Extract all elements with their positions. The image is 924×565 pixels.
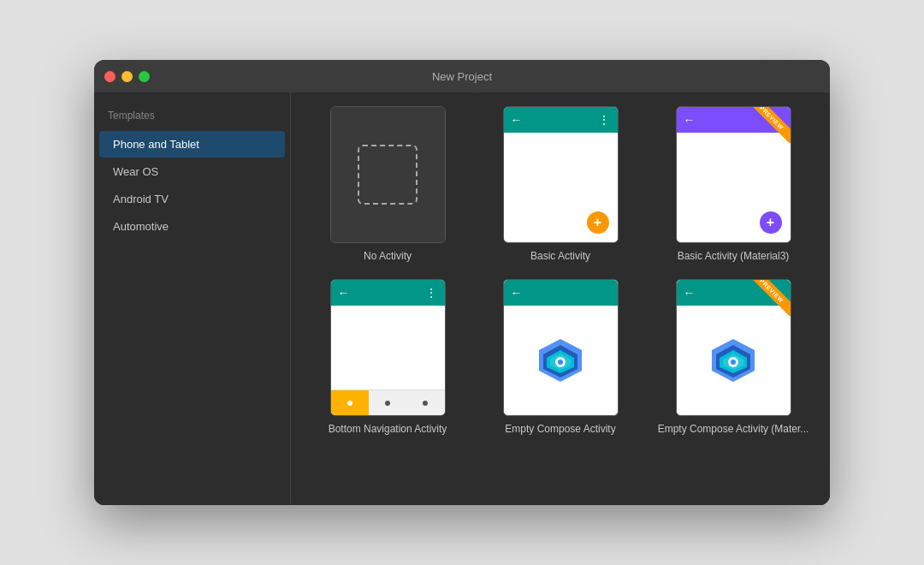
template-name-bottom-nav: Bottom Navigation Activity — [329, 423, 447, 435]
close-button[interactable] — [104, 71, 116, 82]
back-icon-m3: ← — [684, 113, 696, 127]
compose-topbar: ← — [504, 280, 618, 306]
menu-icon: ⋮ — [598, 113, 611, 127]
nav-item-2 — [369, 390, 406, 415]
window-title: New Project — [432, 70, 492, 83]
bottom-nav-bar — [331, 390, 445, 415]
sidebar-section-label: Templates — [94, 103, 290, 130]
template-thumbnail-bottom-nav: ← ⋮ — [330, 279, 446, 416]
templates-grid: No Activity ← ⋮ + — [311, 106, 809, 435]
back-icon-compose-m3: ← — [684, 286, 696, 300]
nav-dot-2 — [385, 401, 390, 406]
content-area: No Activity ← ⋮ + — [291, 92, 830, 505]
template-name-basic-m3: Basic Activity (Material3) — [678, 250, 790, 262]
bottom-nav-topbar: ← ⋮ — [331, 280, 445, 306]
template-thumbnail-compose-m3: ← — [676, 279, 791, 416]
nav-item-1 — [331, 390, 369, 415]
nav-dot-3 — [423, 401, 428, 406]
template-name-no-activity: No Activity — [364, 250, 412, 262]
template-name-empty-compose: Empty Compose Activity — [505, 423, 615, 435]
template-thumbnail-compose: ← — [503, 279, 619, 416]
template-name-basic: Basic Activity — [530, 250, 590, 262]
bottom-nav-body — [331, 306, 445, 390]
minimize-button[interactable] — [121, 71, 133, 82]
template-no-activity[interactable]: No Activity — [311, 106, 464, 262]
svg-point-5 — [558, 360, 563, 365]
template-thumbnail-basic: ← ⋮ + — [503, 106, 619, 243]
template-bottom-nav[interactable]: ← ⋮ — [311, 279, 464, 435]
template-thumbnail-basic-m3: ← ⋮ + PREVIEW — [676, 106, 791, 243]
main-content: Templates Phone and Tablet Wear OS Andro… — [94, 92, 830, 505]
sidebar-item-android-tv[interactable]: Android TV — [99, 186, 285, 212]
template-thumbnail-no-activity — [330, 106, 446, 243]
sidebar-item-wear-os[interactable]: Wear OS — [99, 158, 285, 185]
template-basic-activity[interactable]: ← ⋮ + Basic Activity — [484, 106, 637, 262]
back-icon: ← — [511, 113, 523, 127]
preview-badge: PREVIEW — [752, 107, 791, 146]
maximize-button[interactable] — [139, 71, 150, 82]
svg-point-11 — [731, 360, 736, 365]
basic-body: + — [504, 133, 618, 242]
preview-badge-text-compose-m3: PREVIEW — [752, 280, 791, 316]
fab-button-m3: + — [760, 211, 782, 234]
sidebar-item-phone-tablet[interactable]: Phone and Tablet — [99, 131, 285, 158]
window-controls — [104, 71, 150, 82]
application-window: New Project Templates Phone and Tablet W… — [94, 60, 830, 505]
sidebar: Templates Phone and Tablet Wear OS Andro… — [94, 92, 291, 505]
compose-m3-logo — [708, 335, 759, 386]
basic-topbar: ← ⋮ — [504, 107, 618, 133]
preview-badge-text: PREVIEW — [752, 107, 791, 143]
title-bar: New Project — [94, 60, 830, 92]
template-empty-compose-m3[interactable]: ← — [657, 279, 809, 435]
sidebar-item-automotive[interactable]: Automotive — [99, 213, 285, 240]
preview-badge-compose-m3: PREVIEW — [752, 280, 791, 318]
back-icon-compose: ← — [511, 286, 523, 300]
template-empty-compose[interactable]: ← — [484, 279, 637, 435]
basic-m3-body: + — [677, 133, 791, 242]
fab-button: + — [587, 211, 609, 234]
template-basic-m3[interactable]: ← ⋮ + PREVIEW Basic Activity (Material3) — [657, 106, 809, 262]
nav-dot-1 — [347, 401, 352, 406]
menu-icon-bn: ⋮ — [425, 286, 438, 300]
compose-logo — [535, 335, 586, 386]
no-activity-placeholder — [358, 145, 418, 205]
back-icon-bn: ← — [338, 286, 350, 300]
template-name-empty-compose-m3: Empty Compose Activity (Mater... — [658, 423, 809, 435]
nav-item-3 — [406, 390, 444, 415]
